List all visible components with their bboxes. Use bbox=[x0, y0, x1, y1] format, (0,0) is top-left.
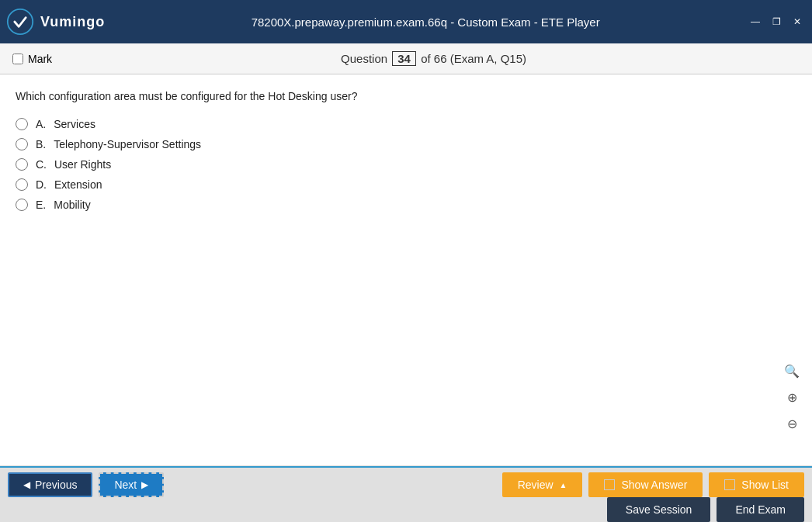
show-list-label: Show List bbox=[741, 479, 789, 491]
mark-checkbox-input[interactable] bbox=[12, 54, 23, 64]
question-label: Question bbox=[341, 52, 387, 65]
restore-button[interactable]: ❐ bbox=[768, 15, 786, 29]
question-total: of 66 (Exam A, Q15) bbox=[421, 52, 526, 65]
radio-b[interactable] bbox=[16, 138, 28, 150]
app-title: 78200X.prepaway.premium.exam.66q - Custo… bbox=[105, 16, 746, 29]
next-label: Next bbox=[114, 479, 137, 491]
next-button[interactable]: Next ▶ bbox=[99, 472, 164, 497]
option-a[interactable]: A. Services bbox=[16, 118, 796, 130]
question-text: Which configuration area must be configu… bbox=[16, 90, 796, 102]
minimize-button[interactable]: — bbox=[746, 15, 765, 29]
logo-area: Vumingo bbox=[6, 8, 105, 36]
zoom-in-icon[interactable]: ⊕ bbox=[781, 386, 803, 408]
close-button[interactable]: ✕ bbox=[789, 15, 806, 29]
zoom-out-icon[interactable]: ⊖ bbox=[781, 413, 803, 434]
title-bar: Vumingo 78200X.prepaway.premium.exam.66q… bbox=[0, 0, 812, 43]
radio-e[interactable] bbox=[16, 199, 28, 211]
question-info: Question 34 of 66 (Exam A, Q15) bbox=[68, 51, 800, 66]
show-list-checkbox-icon bbox=[724, 479, 735, 490]
footer-row-1: ◀ Previous Next ▶ Review ▲ Show Answer S… bbox=[8, 472, 804, 497]
previous-label: Previous bbox=[35, 479, 77, 491]
header-bar: Mark Question 34 of 66 (Exam A, Q15) bbox=[0, 43, 812, 74]
mark-checkbox-label[interactable]: Mark bbox=[12, 53, 52, 65]
mark-label: Mark bbox=[28, 53, 52, 65]
end-exam-button[interactable]: End Exam bbox=[717, 497, 804, 522]
show-list-button[interactable]: Show List bbox=[709, 472, 804, 497]
question-number: 34 bbox=[392, 51, 416, 66]
option-a-text: Services bbox=[54, 118, 95, 130]
option-b-text: Telephony-Supervisor Settings bbox=[54, 138, 201, 150]
option-d-text: Extension bbox=[54, 178, 102, 191]
review-label: Review bbox=[518, 479, 553, 491]
show-answer-checkbox-icon bbox=[604, 479, 615, 490]
vumingo-logo bbox=[6, 8, 34, 36]
main-content: Which configuration area must be configu… bbox=[0, 74, 812, 466]
radio-c[interactable] bbox=[16, 158, 28, 171]
option-e-label: E. bbox=[36, 199, 46, 211]
review-arrow-icon: ▲ bbox=[560, 481, 567, 489]
option-e[interactable]: E. Mobility bbox=[16, 199, 796, 211]
prev-arrow-icon: ◀ bbox=[23, 479, 30, 490]
option-e-text: Mobility bbox=[54, 199, 90, 211]
option-c-text: User Rights bbox=[54, 158, 111, 171]
footer-bar: ◀ Previous Next ▶ Review ▲ Show Answer S… bbox=[0, 466, 812, 522]
previous-button[interactable]: ◀ Previous bbox=[8, 472, 92, 497]
right-tools: 🔍 ⊕ ⊖ bbox=[781, 360, 803, 434]
show-answer-label: Show Answer bbox=[621, 479, 687, 491]
search-icon[interactable]: 🔍 bbox=[781, 360, 803, 382]
option-c[interactable]: C. User Rights bbox=[16, 158, 796, 171]
svg-point-0 bbox=[8, 9, 33, 34]
radio-d[interactable] bbox=[16, 178, 28, 191]
option-b-label: B. bbox=[36, 138, 46, 150]
save-session-button[interactable]: Save Session bbox=[607, 497, 711, 522]
option-b[interactable]: B. Telephony-Supervisor Settings bbox=[16, 138, 796, 150]
footer-row-2: Save Session End Exam bbox=[8, 497, 804, 522]
option-a-label: A. bbox=[36, 118, 46, 130]
logo-text: Vumingo bbox=[40, 14, 105, 30]
radio-a[interactable] bbox=[16, 118, 28, 130]
option-d[interactable]: D. Extension bbox=[16, 178, 796, 191]
option-d-label: D. bbox=[36, 178, 47, 191]
option-c-label: C. bbox=[36, 158, 47, 171]
window-controls[interactable]: — ❐ ✕ bbox=[746, 15, 806, 29]
show-answer-button[interactable]: Show Answer bbox=[588, 472, 703, 497]
next-arrow-icon: ▶ bbox=[141, 479, 148, 490]
options-list: A. Services B. Telephony-Supervisor Sett… bbox=[16, 118, 796, 211]
review-button[interactable]: Review ▲ bbox=[502, 472, 583, 497]
